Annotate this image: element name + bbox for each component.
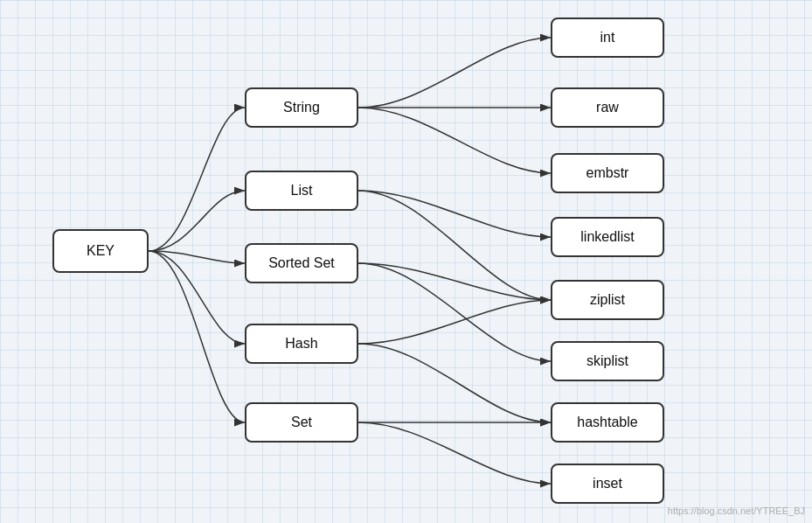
node-ziplist: ziplist: [551, 280, 664, 320]
node-int: int: [551, 17, 664, 58]
node-linkedlist: linkedlist: [551, 217, 664, 257]
node-hash: Hash: [245, 324, 358, 364]
node-skiplist: skiplist: [551, 341, 664, 381]
node-string: String: [245, 87, 358, 128]
node-embstr: embstr: [551, 153, 664, 193]
watermark: https://blog.csdn.net/YTREE_BJ: [668, 506, 805, 516]
node-inset: inset: [551, 464, 664, 504]
node-raw: raw: [551, 87, 664, 128]
node-key: KEY: [52, 229, 149, 273]
diagram-container: KEYStringListSorted SetHashSetintrawembs…: [0, 0, 812, 523]
node-sorted_set: Sorted Set: [245, 243, 358, 283]
node-list: List: [245, 171, 358, 211]
node-hashtable: hashtable: [551, 402, 664, 443]
node-set: Set: [245, 402, 358, 443]
